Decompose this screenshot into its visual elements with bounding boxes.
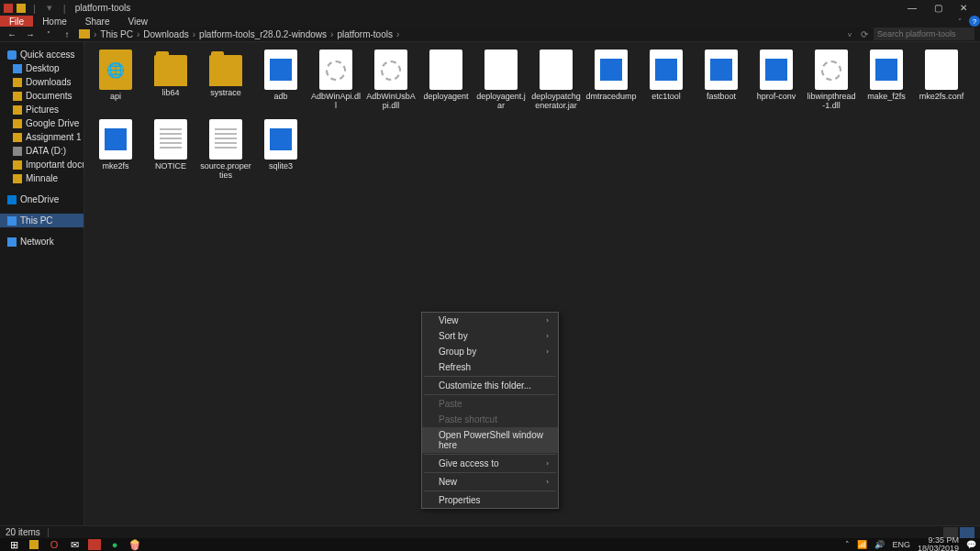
text-icon — [209, 119, 242, 160]
exe-blue-icon — [99, 119, 132, 160]
file-item[interactable]: fastboot — [694, 50, 749, 116]
navbar: ← → ˅ ↑ › This PC › Downloads › platform… — [0, 27, 980, 42]
context-menu-separator — [424, 376, 556, 377]
sidebar-item[interactable]: DATA (D:) — [0, 144, 84, 158]
file-item[interactable]: deploypatchgenerator.jar — [529, 50, 584, 116]
tray-notifications-icon[interactable]: 💬 — [966, 540, 976, 549]
file-label: sqlite3 — [269, 162, 293, 171]
file-item[interactable]: make_f2fs — [859, 50, 914, 116]
file-item[interactable]: mke2fs — [88, 119, 143, 185]
context-menu-item-label: Refresh — [439, 362, 471, 372]
file-item[interactable]: etc1tool — [639, 50, 694, 116]
folder-icon — [13, 78, 22, 87]
context-menu-item[interactable]: Give access to› — [422, 456, 558, 471]
window-controls: — ▢ ✕ — [899, 0, 976, 16]
file-tab[interactable]: File — [0, 16, 33, 27]
file-item[interactable]: lib64 — [143, 50, 198, 116]
item-count: 20 items — [6, 527, 40, 537]
refresh-button[interactable]: ⟳ — [861, 29, 868, 39]
close-button[interactable]: ✕ — [951, 0, 976, 16]
sidebar-network[interactable]: Network — [0, 235, 84, 248]
address-dropdown-icon[interactable]: v — [848, 30, 852, 39]
sidebar-onedrive[interactable]: OneDrive — [0, 193, 84, 206]
back-button[interactable]: ← — [6, 29, 18, 39]
context-menu-item[interactable]: Open PowerShell window here — [422, 427, 558, 453]
file-item[interactable]: systrace — [198, 50, 253, 116]
qat-dropdown-icon[interactable]: ▾ — [47, 2, 52, 14]
breadcrumb-sep: › — [396, 29, 399, 39]
file-label: mke2fs — [102, 162, 128, 171]
sidebar-this-pc[interactable]: This PC — [0, 214, 84, 227]
taskbar-explorer[interactable] — [24, 538, 44, 551]
file-item[interactable]: hprof-conv — [749, 50, 804, 116]
breadcrumb-seg-current[interactable]: platform-tools — [337, 29, 393, 39]
sidebar-item[interactable]: Minnale — [0, 171, 84, 185]
file-item[interactable]: deployagent.jar — [473, 50, 529, 116]
file-item[interactable]: AdbWinUsbApi.dll — [363, 50, 418, 116]
file-item[interactable]: AdbWinApi.dll — [308, 50, 363, 116]
tray-up-icon[interactable]: ˄ — [845, 540, 850, 549]
taskbar-spotify[interactable]: ● — [105, 538, 125, 551]
context-menu-item[interactable]: Refresh — [422, 359, 558, 375]
tray-clock[interactable]: 9:35 PM 18/03/2019 — [918, 536, 959, 551]
tab-home[interactable]: Home — [33, 17, 76, 27]
taskbar-popcorn[interactable]: 🍿 — [125, 538, 145, 551]
up-button[interactable]: ↑ — [61, 29, 73, 39]
context-menu-item-label: Paste — [439, 399, 462, 409]
sidebar-item[interactable]: Assignment 1 — [0, 130, 84, 144]
file-item[interactable]: mke2fs.conf — [914, 50, 969, 116]
breadcrumb[interactable]: › This PC › Downloads › platform-tools_r… — [79, 29, 842, 39]
context-menu-item[interactable]: View› — [422, 313, 558, 328]
sidebar-item[interactable]: Desktop — [0, 61, 84, 75]
folder-icon — [154, 55, 187, 86]
file-label: dmtracedump — [585, 93, 636, 102]
file-item[interactable]: sqlite3 — [253, 119, 308, 185]
file-item[interactable]: deployagent — [418, 50, 473, 116]
recent-dropdown-icon[interactable]: ˅ — [42, 30, 55, 39]
submenu-arrow-icon: › — [546, 478, 549, 486]
tab-view[interactable]: View — [119, 17, 158, 27]
tray-language[interactable]: ENG — [892, 540, 910, 549]
file-label: deployagent — [423, 93, 468, 102]
maximize-button[interactable]: ▢ — [925, 0, 951, 16]
context-menu-item[interactable]: New› — [422, 474, 558, 490]
file-item[interactable]: libwinpthread-1.dll — [804, 50, 859, 116]
context-menu-item[interactable]: Sort by› — [422, 328, 558, 344]
sidebar-item[interactable]: Downloads — [0, 75, 84, 89]
file-item[interactable]: source.properties — [198, 119, 253, 185]
tray-wifi-icon[interactable]: 📶 — [857, 540, 867, 549]
file-item[interactable]: api — [88, 50, 143, 116]
context-menu-item[interactable]: Customize this folder... — [422, 378, 558, 393]
sidebar-item[interactable]: Pictures — [0, 103, 84, 116]
taskbar-mail[interactable]: ✉ — [64, 538, 84, 551]
tray-sound-icon[interactable]: 🔊 — [874, 540, 885, 549]
exe-blue-icon — [650, 50, 683, 90]
tab-share[interactable]: Share — [76, 17, 119, 27]
file-label: systrace — [210, 89, 241, 98]
context-menu-item[interactable]: Properties — [422, 492, 558, 508]
sidebar-item[interactable]: Google Drive — [0, 116, 84, 130]
sidebar-quick-access[interactable]: Quick access — [0, 48, 84, 61]
context-menu-item[interactable]: Group by› — [422, 344, 558, 359]
file-label: NOTICE — [155, 162, 186, 171]
search-input[interactable] — [874, 28, 974, 40]
start-button[interactable]: ⊞ — [4, 538, 24, 551]
ribbon-expand-icon[interactable]: ˅ — [958, 17, 962, 26]
file-item[interactable]: NOTICE — [143, 119, 198, 185]
sidebar-item[interactable]: Important documen — [0, 158, 84, 171]
taskbar-app-red[interactable] — [88, 539, 101, 550]
file-grid: apilib64systraceadbAdbWinApi.dllAdbWinUs… — [88, 50, 976, 189]
file-item[interactable]: dmtracedump — [584, 50, 639, 116]
taskbar-opera[interactable]: O — [44, 538, 64, 551]
breadcrumb-seg-this-pc[interactable]: This PC — [100, 29, 133, 39]
minimize-button[interactable]: — — [899, 0, 925, 16]
file-item[interactable]: adb — [253, 50, 308, 116]
help-icon[interactable]: ? — [969, 16, 980, 27]
sidebar-item[interactable]: Documents — [0, 89, 84, 103]
breadcrumb-seg-downloads[interactable]: Downloads — [143, 29, 188, 39]
status-separator — [48, 528, 49, 537]
context-menu-item: Paste — [422, 396, 558, 412]
breadcrumb-sep: › — [330, 29, 333, 39]
forward-button[interactable]: → — [24, 29, 37, 39]
breadcrumb-seg-ptwin[interactable]: platform-tools_r28.0.2-windows — [199, 29, 327, 39]
